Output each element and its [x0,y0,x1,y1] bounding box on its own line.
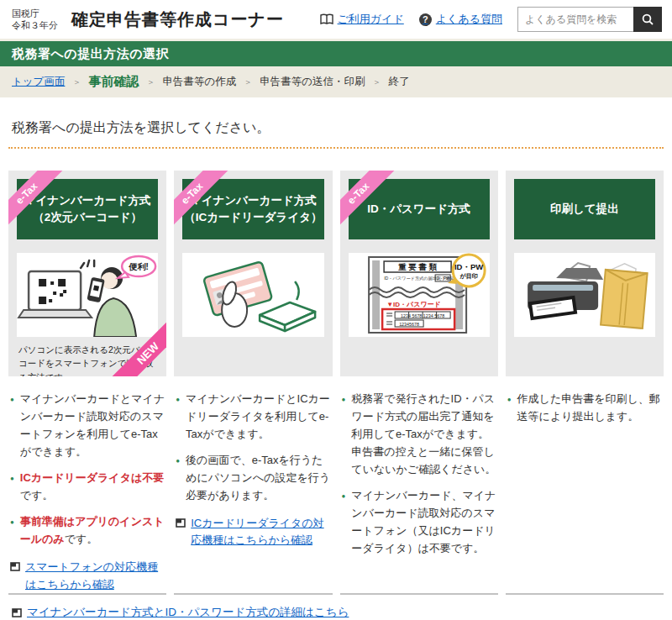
bullet-item: 後の画面で、e-Taxを行うためにパソコンへの設定を行う必要があります。 [176,451,330,504]
svg-text:▼ID・パスワード: ▼ID・パスワード [386,301,441,308]
card-id-password: e-Tax ID・パスワード方式 重 要 書 類 ID・パスワード方式の届出完了… [340,171,498,376]
guide-link-label: ご利用ガイド [338,12,404,27]
bullet-item: ICカードリーダライタは不要です。 [10,469,165,504]
svg-text:ID・PW: ID・PW [454,262,482,271]
method-cards: e-Tax マイナンバーカード方式 （2次元バーコード） [8,171,664,595]
svg-text:が目印: が目印 [459,273,477,280]
svg-text:12345678: 12345678 [399,322,419,327]
svg-text:便利!: 便利! [128,262,148,271]
column-mynumber-ic: e-Tax マイナンバーカード方式 （ICカードリーダライタ） [174,171,332,595]
guide-link[interactable]: ご利用ガイド [320,12,404,27]
bullet-item: マイナンバーカードとマイナンバーカード読取対応のスマートフォンを利用してe-Ta… [10,390,165,460]
column-divider [8,593,166,595]
card-mynumber-qr: e-Tax マイナンバーカード方式 （2次元バーコード） [8,171,166,376]
agency-label: 国税庁 令和３年分 [12,8,58,32]
faq-link-label: よくある質問 [436,12,502,27]
svg-text:ID・PW: ID・PW [435,276,450,281]
search-icon [641,13,654,26]
question-icon: ? [419,13,432,26]
bullet-list: 作成した申告書を印刷し、郵送等により提出します。 [506,390,664,425]
faq-link[interactable]: ? よくある質問 [419,12,502,27]
site-title: 確定申告書等作成コーナー [71,8,284,31]
smartphone-models-link[interactable]: スマートフォンの対応機種はこちらから確認 [8,559,166,592]
card-print: 印刷して提出 [506,171,664,376]
breadcrumb-step: 申告書等の送信・印刷 [260,75,365,89]
column-divider [506,593,664,595]
select-print-button[interactable]: 印刷して提出 [514,179,655,239]
main-content: 税務署への提出方法を選択してください。 e-Tax マイナンバーカード方式 （2… [0,97,672,620]
column-divider [340,593,498,595]
column-divider [174,593,332,595]
printer-envelope-illustration [514,253,655,337]
ic-card-reader-illustration [182,253,323,337]
column-id-password: e-Tax ID・パスワード方式 重 要 書 類 ID・パスワード方式の届出完了… [340,171,498,595]
breadcrumb-top[interactable]: トップ画面 [12,75,65,89]
chevron-right-icon: ＞ [244,76,252,88]
chevron-right-icon: ＞ [372,76,381,88]
bullet-item: 税務署で発行されたID・パスワード方式の届出完了通知を利用してe-Taxができま… [342,390,496,478]
breadcrumb-current: 事前確認 [88,74,139,90]
svg-text:重 要 書 類: 重 要 書 類 [397,262,437,271]
bullet-list: マイナンバーカードとICカードリーダライタを利用してe-Taxができます。 後の… [174,390,332,504]
breadcrumb-step: 終了 [388,75,409,89]
svg-text:1234 5678 1234 5678: 1234 5678 1234 5678 [400,313,444,318]
column-mynumber-qr: e-Tax マイナンバーカード方式 （2次元バーコード） [8,171,166,595]
chevron-right-icon: ＞ [146,76,155,88]
page-title: 税務署への提出方法の選択 [12,46,169,62]
faq-search [517,7,662,32]
app-header: 国税庁 令和３年分 確定申告書等作成コーナー ご利用ガイド ? よくある質問 [0,0,672,39]
bullet-item: 事前準備はアプリのインストールのみです。 [10,512,165,548]
search-button[interactable] [633,7,662,32]
chevron-right-icon: ＞ [72,76,81,88]
new-window-icon [12,607,22,617]
new-window-icon [10,561,20,571]
bullet-list: マイナンバーカードとマイナンバーカード読取対応のスマートフォンを利用してe-Ta… [8,390,166,548]
column-print: 印刷して提出 [506,171,664,595]
reader-models-link[interactable]: ICカードリーダライタの対応機種はこちらから確認 [174,515,332,549]
bullet-item: マイナンバーカードとICカードリーダライタを利用してe-Taxができます。 [176,390,330,443]
breadcrumb-step: 申告書等の作成 [162,75,236,89]
bullet-item: マイナンバーカード、マイナンバーカード読取対応のスマートフォン（又はICカードリ… [342,486,496,557]
breadcrumb: トップ画面 ＞ 事前確認 ＞ 申告書等の作成 ＞ 申告書等の送信・印刷 ＞ 終了 [0,66,672,97]
page-title-bar: 税務署への提出方法の選択 [0,39,672,66]
card-mynumber-ic: e-Tax マイナンバーカード方式 （ICカードリーダライタ） [174,171,332,376]
instruction-text: 税務署への提出方法を選択してください。 [8,119,664,149]
search-input[interactable] [517,7,633,32]
method-details-link[interactable]: マイナンバーカード方式とID・パスワード方式の詳細はこちら [12,605,660,620]
idpw-notice-illustration: 重 要 書 類 ID・パスワード方式の届出完了通知 ID・PW ▼ID・パスワー… [349,253,490,337]
new-window-icon [176,518,186,528]
bullet-item: 作成した申告書を印刷し、郵送等により提出します。 [507,390,662,425]
book-icon [320,13,333,25]
qr-smartphone-illustration: 便利! [17,253,158,337]
bullet-list: 税務署で発行されたID・パスワード方式の届出完了通知を利用してe-Taxができま… [340,390,498,557]
